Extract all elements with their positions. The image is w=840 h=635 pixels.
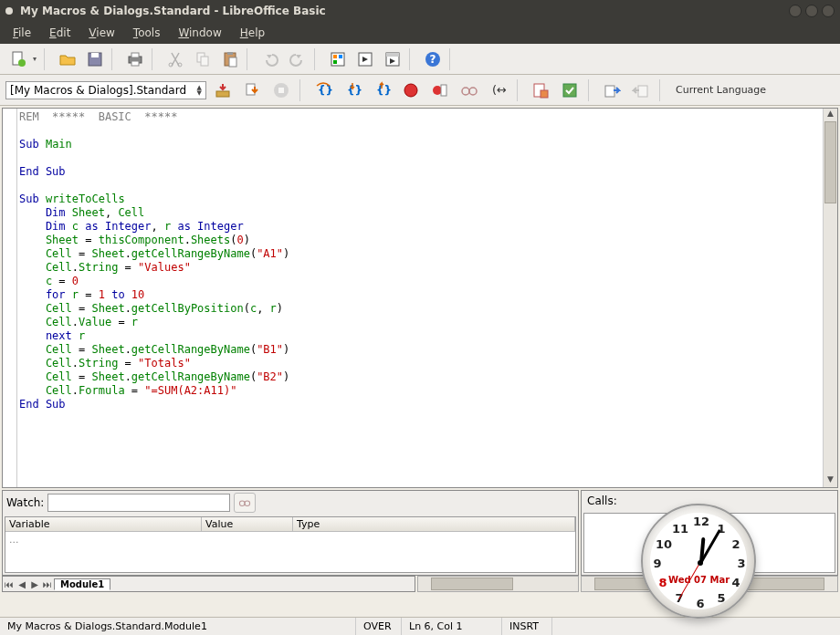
tab-nav-last[interactable]: ⏭ <box>41 579 54 589</box>
window-title: My Macros & Dialogs.Standard - LibreOffi… <box>20 5 789 17</box>
redo-button[interactable] <box>285 47 310 72</box>
tab-nav-first[interactable]: ⏮ <box>3 579 16 589</box>
menu-window[interactable]: Window <box>171 25 228 41</box>
svg-rect-24 <box>247 84 255 95</box>
current-language-label: Current Language <box>676 84 766 96</box>
tab-module1[interactable]: Module1 <box>54 578 110 590</box>
editor-vertical-scrollbar[interactable]: ▲ ▼ <box>823 109 837 487</box>
watch-col-value[interactable]: Value <box>202 517 293 531</box>
clock-num-6: 6 <box>693 597 708 610</box>
clock-num-10: 10 <box>656 537 670 551</box>
export-dialog-button[interactable] <box>628 78 654 103</box>
copy-button[interactable] <box>190 47 215 72</box>
remove-watch-button[interactable] <box>234 493 256 513</box>
svg-point-42 <box>245 501 250 506</box>
new-document-button[interactable] <box>5 47 31 72</box>
save-icon <box>86 50 104 68</box>
watch-col-type[interactable]: Type <box>293 517 575 531</box>
clock-num-3: 3 <box>734 557 749 570</box>
step-out-icon: {} <box>373 81 391 99</box>
object-catalog-button[interactable] <box>325 47 351 72</box>
cut-button[interactable] <box>163 47 188 72</box>
tab-nav-next[interactable]: ▶ <box>28 579 41 589</box>
print-icon <box>126 50 144 68</box>
copy-icon <box>194 50 212 68</box>
editor-gutter[interactable] <box>3 109 17 487</box>
clock-center-pin <box>698 560 703 566</box>
editor-horizontal-scrollbar[interactable] <box>417 576 579 592</box>
svg-text:{}: {} <box>347 84 362 97</box>
watch-label: Watch: <box>6 496 44 509</box>
tab-nav-prev[interactable]: ◀ <box>16 579 28 589</box>
undo-button[interactable] <box>257 47 283 72</box>
code-editor[interactable]: REM ***** BASIC ***** Sub Main End Sub S… <box>2 108 838 488</box>
watch-col-variable[interactable]: Variable <box>5 517 202 531</box>
insert-source-button[interactable] <box>528 78 553 103</box>
svg-rect-37 <box>541 90 548 98</box>
menu-file[interactable]: File <box>5 25 38 41</box>
undo-icon <box>261 50 279 68</box>
scroll-up-arrow[interactable]: ▲ <box>824 109 837 121</box>
status-over[interactable]: OVER <box>356 618 402 635</box>
menu-edit[interactable]: Edit <box>42 25 78 41</box>
paste-button[interactable] <box>217 47 243 72</box>
save-source-button[interactable] <box>557 78 583 103</box>
modules-icon <box>383 50 402 68</box>
macro-select-icon <box>356 50 374 68</box>
help-button[interactable]: ? <box>420 47 446 72</box>
select-macro-button[interactable] <box>352 47 378 72</box>
watch-grid-body[interactable]: ... <box>5 532 575 572</box>
watch-glasses-icon <box>460 81 478 99</box>
svg-point-33 <box>462 88 469 95</box>
find-parentheses-button[interactable]: (↔) <box>486 78 511 103</box>
step-into-button[interactable]: {} <box>340 78 365 103</box>
svg-rect-17 <box>333 60 337 64</box>
step-over-icon: {} <box>314 81 332 99</box>
svg-rect-39 <box>605 86 614 97</box>
save-button[interactable] <box>82 47 108 72</box>
paste-icon <box>221 50 239 68</box>
save-source-icon <box>561 81 579 99</box>
status-insert-mode[interactable]: INSRT <box>502 618 552 635</box>
menu-tools[interactable]: Tools <box>126 25 168 41</box>
print-button[interactable] <box>122 47 148 72</box>
scroll-down-arrow[interactable]: ▼ <box>824 474 837 487</box>
desktop-clock-widget[interactable]: 12 1 2 3 4 5 6 7 8 9 10 11 Wed 07 Mar <box>641 504 756 619</box>
library-selector[interactable]: [My Macros & Dialogs].Standard ▲▼ <box>5 81 206 99</box>
window-maximize-button[interactable] <box>805 5 818 17</box>
cut-icon <box>166 50 184 68</box>
scroll-thumb[interactable] <box>824 121 836 203</box>
parens-icon: (↔) <box>489 81 508 99</box>
clock-num-4: 4 <box>729 576 743 589</box>
import-icon <box>603 81 621 99</box>
import-dialog-button[interactable] <box>599 78 625 103</box>
manage-breakpoints-button[interactable] <box>427 78 453 103</box>
window-close-button[interactable] <box>822 5 835 17</box>
svg-rect-20 <box>386 53 399 57</box>
watch-button[interactable] <box>457 78 482 103</box>
svg-rect-6 <box>131 61 139 66</box>
breakpoint-button[interactable] <box>398 78 424 103</box>
editor-content[interactable]: REM ***** BASIC ***** Sub Main End Sub S… <box>17 109 823 487</box>
watch-grid[interactable]: Variable Value Type ... <box>5 516 576 573</box>
stop-button[interactable] <box>268 78 294 103</box>
macro-toolbar: [My Macros & Dialogs].Standard ▲▼ {} {} … <box>0 75 840 106</box>
watch-input[interactable] <box>47 494 230 512</box>
menu-help[interactable]: Help <box>233 25 272 41</box>
window-minimize-button[interactable] <box>789 5 802 17</box>
svg-point-1 <box>18 59 26 67</box>
clock-num-5: 5 <box>714 591 729 605</box>
clock-num-9: 9 <box>650 557 665 570</box>
clock-num-2: 2 <box>729 537 743 551</box>
step-over-button[interactable]: {} <box>310 78 336 103</box>
step-out-button[interactable]: {} <box>369 78 394 103</box>
menu-view[interactable]: View <box>81 25 121 41</box>
folder-open-icon <box>58 50 77 68</box>
module-tabbar: ⏮ ◀ ▶ ⏭ Module1 <box>2 576 415 592</box>
compile-button[interactable] <box>210 78 236 103</box>
step-into-icon: {} <box>343 81 362 99</box>
run-button[interactable] <box>239 78 265 103</box>
modules-button[interactable] <box>380 47 405 72</box>
new-doc-dropdown[interactable]: ▾ <box>33 55 40 63</box>
open-button[interactable] <box>55 47 80 72</box>
